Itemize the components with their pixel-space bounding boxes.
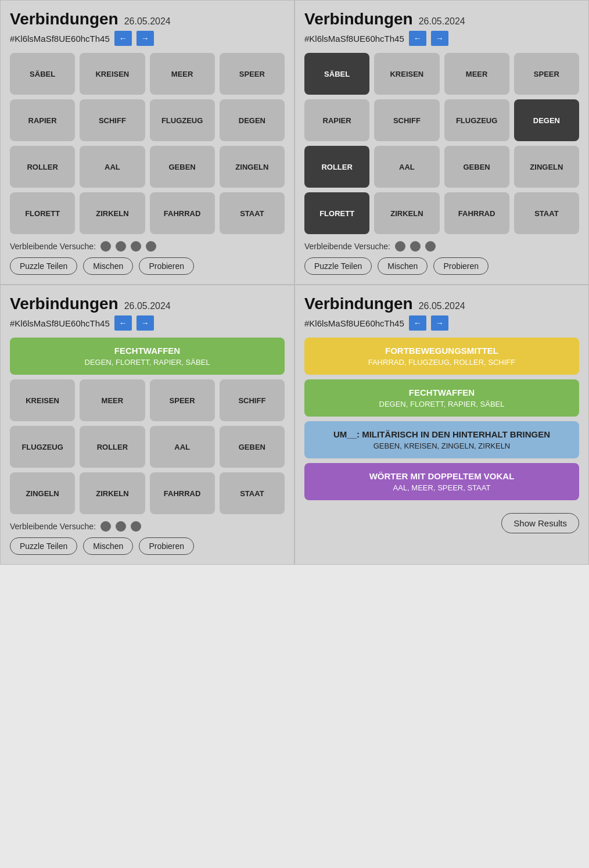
probieren-btn-p2[interactable]: Probieren [433, 257, 489, 275]
panel-3-attempts: Verbleibende Versuche: [10, 521, 285, 532]
tile-p1-3[interactable]: SPEER [220, 53, 285, 95]
tile-p2-7[interactable]: DEGEN [514, 99, 579, 141]
tile-p3-4[interactable]: FLUGZEUG [10, 426, 75, 468]
attempts-label-p3: Verbleibende Versuche: [10, 522, 96, 531]
panel-3: Verbindungen 26.05.2024 #Kl6lsMaSf8UE60h… [0, 285, 294, 565]
dot-p1-2 [116, 241, 126, 252]
tile-p2-15[interactable]: STAAT [514, 192, 579, 234]
tile-p1-9[interactable]: AAL [80, 146, 145, 188]
tile-p1-10[interactable]: GEBEN [150, 146, 215, 188]
solved-category-words-p4-2: GEBEN, KREISEN, ZINGELN, ZIRKELN [310, 442, 573, 450]
tile-p2-4[interactable]: RAPIER [304, 99, 369, 141]
solved-tile-p4-0: FORTBEWEGUNGSMITTEL FAHRRAD, FLUGZEUG, R… [304, 338, 579, 375]
tile-p3-5[interactable]: ROLLER [80, 426, 145, 468]
panel-3-actions: Puzzle Teilen Mischen Probieren [10, 537, 285, 555]
solved-category-name-p4-1: FECHTWAFFEN [310, 388, 573, 397]
dot-p1-3 [131, 241, 141, 252]
panel-4-date: 26.05.2024 [419, 301, 465, 311]
probieren-btn-p1[interactable]: Probieren [139, 257, 194, 275]
tile-p1-1[interactable]: KREISEN [80, 53, 145, 95]
panel-2-code: #Kl6lsMaSf8UE60hcTh45 [304, 34, 404, 44]
panel-1-title: Verbindungen [10, 10, 118, 28]
puzzle-teilen-btn-p3[interactable]: Puzzle Teilen [10, 537, 77, 555]
panel-3-next-btn[interactable]: → [137, 315, 154, 331]
tile-p3-9[interactable]: ZIRKELN [80, 472, 145, 514]
tile-p1-7[interactable]: DEGEN [220, 99, 285, 141]
tile-p1-14[interactable]: FAHRRAD [150, 192, 215, 234]
attempts-label-p2: Verbleibende Versuche: [304, 242, 390, 251]
dot-p1-1 [100, 241, 111, 252]
panel-1-date: 26.05.2024 [124, 16, 171, 27]
solved-category-name-p4-2: UM__: MILITÄRISCH IN DEN HINTERHALT BRIN… [310, 429, 573, 439]
tile-p2-9[interactable]: AAL [374, 146, 439, 188]
panel-3-prev-btn[interactable]: ← [114, 315, 132, 331]
tile-p2-13[interactable]: ZIRKELN [374, 192, 439, 234]
tile-p1-8[interactable]: ROLLER [10, 146, 75, 188]
panel-1-code: #Kl6lsMaSf8UE60hcTh45 [10, 34, 110, 44]
tile-p3-10[interactable]: FAHRRAD [150, 472, 215, 514]
dot-p2-1 [395, 241, 405, 252]
tile-p2-11[interactable]: ZINGELN [514, 146, 579, 188]
mischen-btn-p2[interactable]: Mischen [378, 257, 428, 275]
tile-p1-2[interactable]: MEER [150, 53, 215, 95]
panel-4-next-btn[interactable]: → [431, 315, 448, 331]
panel-1-next-btn[interactable]: → [137, 31, 154, 46]
tile-p1-11[interactable]: ZINGELN [220, 146, 285, 188]
panel-2-header: Verbindungen 26.05.2024 #Kl6lsMaSf8UE60h… [304, 10, 579, 46]
panel-2-attempts: Verbleibende Versuche: [304, 241, 579, 252]
panel-1-actions: Puzzle Teilen Mischen Probieren [10, 257, 285, 275]
tile-p1-4[interactable]: RAPIER [10, 99, 75, 141]
tile-p3-8[interactable]: ZINGELN [10, 472, 75, 514]
probieren-btn-p3[interactable]: Probieren [139, 537, 194, 555]
panel-2-date: 26.05.2024 [419, 16, 465, 27]
tile-p1-13[interactable]: ZIRKELN [80, 192, 145, 234]
tile-p1-6[interactable]: FLUGZEUG [150, 99, 215, 141]
panel-3-title: Verbindungen [10, 295, 118, 313]
tile-p2-2[interactable]: MEER [444, 53, 509, 95]
tile-p1-5[interactable]: SCHIFF [80, 99, 145, 141]
solved-category-words-p4-1: DEGEN, FLORETT, RAPIER, SÄBEL [310, 400, 573, 408]
tile-p2-14[interactable]: FAHRRAD [444, 192, 509, 234]
show-results-button[interactable]: Show Results [501, 513, 579, 533]
tile-p2-8[interactable]: ROLLER [304, 146, 369, 188]
tile-p2-1[interactable]: KREISEN [374, 53, 439, 95]
solved-tile-p3-0: FECHTWAFFEN DEGEN, FLORETT, RAPIER, SÄBE… [10, 338, 285, 375]
tile-p3-11[interactable]: STAAT [220, 472, 285, 514]
tile-p2-5[interactable]: SCHIFF [374, 99, 439, 141]
tile-p2-10[interactable]: GEBEN [444, 146, 509, 188]
tile-p3-3[interactable]: SCHIFF [220, 379, 285, 421]
tile-p3-0[interactable]: KREISEN [10, 379, 75, 421]
solved-tile-p4-1: FECHTWAFFEN DEGEN, FLORETT, RAPIER, SÄBE… [304, 379, 579, 417]
tile-p2-6[interactable]: FLUGZEUG [444, 99, 509, 141]
solved-tile-p4-2: UM__: MILITÄRISCH IN DEN HINTERHALT BRIN… [304, 421, 579, 458]
panel-4: Verbindungen 26.05.2024 #Kl6lsMaSf8UE60h… [294, 285, 589, 565]
dot-p3-2 [116, 521, 126, 532]
solved-category-words-p4-3: AAL, MEER, SPEER, STAAT [310, 483, 573, 492]
panel-2-next-btn[interactable]: → [431, 31, 448, 46]
panel-1-header: Verbindungen 26.05.2024 #Kl6lsMaSf8UE60h… [10, 10, 285, 46]
panel-4-prev-btn[interactable]: ← [409, 315, 426, 331]
attempts-label-p1: Verbleibende Versuche: [10, 242, 96, 251]
tile-p2-0[interactable]: SÄBEL [304, 53, 369, 95]
dot-p2-2 [410, 241, 421, 252]
panel-1-prev-btn[interactable]: ← [114, 31, 132, 46]
mischen-btn-p1[interactable]: Mischen [83, 257, 133, 275]
tile-p3-6[interactable]: AAL [150, 426, 215, 468]
tile-p3-1[interactable]: MEER [80, 379, 145, 421]
dot-p3-3 [131, 521, 141, 532]
solved-category-name-p4-3: WÖRTER MIT DOPPELTEM VOKAL [310, 471, 573, 481]
puzzle-teilen-btn-p2[interactable]: Puzzle Teilen [304, 257, 372, 275]
tile-p1-0[interactable]: SÄBEL [10, 53, 75, 95]
puzzle-teilen-btn-p1[interactable]: Puzzle Teilen [10, 257, 77, 275]
panel-1-attempts: Verbleibende Versuche: [10, 241, 285, 252]
tile-p3-7[interactable]: GEBEN [220, 426, 285, 468]
solved-category-words-p3-0: DEGEN, FLORETT, RAPIER, SÄBEL [16, 358, 279, 367]
mischen-btn-p3[interactable]: Mischen [83, 537, 133, 555]
tile-p3-2[interactable]: SPEER [150, 379, 215, 421]
tile-p2-12[interactable]: FLORETT [304, 192, 369, 234]
panel-4-title: Verbindungen [304, 295, 413, 313]
panel-2-prev-btn[interactable]: ← [409, 31, 426, 46]
tile-p1-15[interactable]: STAAT [220, 192, 285, 234]
tile-p1-12[interactable]: FLORETT [10, 192, 75, 234]
tile-p2-3[interactable]: SPEER [514, 53, 579, 95]
